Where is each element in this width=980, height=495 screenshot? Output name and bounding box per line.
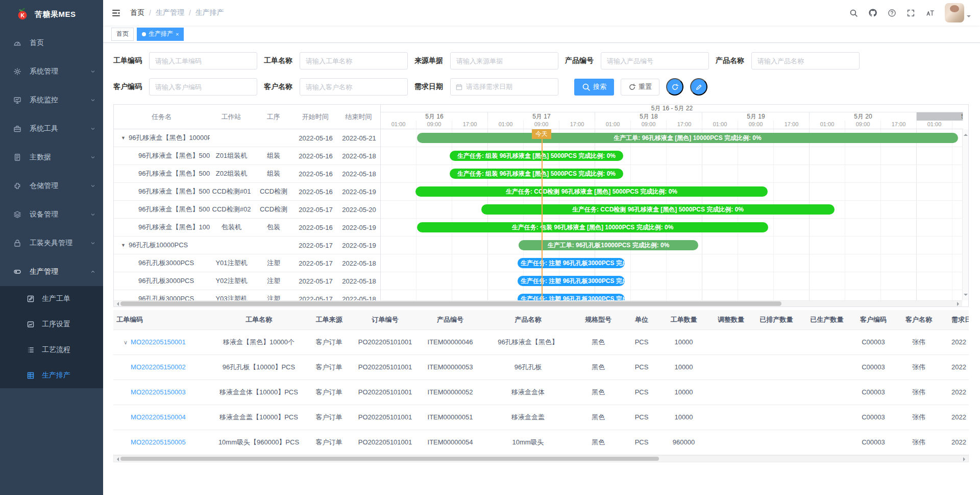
gantt-bar[interactable]: 生产工单: 96孔移液盒 [黑色] 10000PCS 完成比例: 0%	[417, 133, 958, 143]
table-cell	[751, 380, 801, 405]
work-order-link[interactable]: MO202205150004	[131, 413, 186, 421]
tab-首页[interactable]: 首页	[111, 28, 134, 41]
gantt-task-row[interactable]: 96孔移液盒【黑色】5000PCSCCD检测#01CCD检测2022-05-16…	[114, 183, 380, 201]
gantt-task-row[interactable]: 96孔移液盒【黑色】10000PCS包装机包装2022-05-162022-05…	[114, 219, 380, 237]
sidebar-subitem-production-order[interactable]: 生产工单	[0, 286, 103, 312]
gantt-task-row[interactable]: 96孔孔板3000PCSY02注塑机注塑2022-05-172022-05-18	[114, 272, 380, 290]
table-cell: PO202205101001	[356, 355, 414, 380]
sidebar-item-equipment-mgmt[interactable]: 设备管理	[0, 200, 103, 229]
search-icon[interactable]	[849, 9, 858, 17]
gantt-chart-row: 生产工单: 96孔移液盒 [黑色] 10000PCS 完成比例: 0%	[381, 129, 963, 147]
tree-expand-icon[interactable]: ▼	[121, 135, 126, 140]
demand-date-picker[interactable]: 请选择需求日期	[450, 78, 558, 96]
gantt-task-row[interactable]: 96孔移液盒【黑色】5000PCSZ02组装机组装2022-05-162022-…	[114, 165, 380, 183]
table-row[interactable]: ∨MO202205150001移液盒【黑色】10000个客户订单PO202205…	[113, 329, 969, 355]
sidebar-item-system-tools[interactable]: 系统工具	[0, 114, 103, 143]
scroll-down-arrow-icon[interactable]	[964, 294, 968, 298]
help-icon[interactable]	[888, 9, 896, 17]
fullscreen-icon[interactable]	[906, 9, 915, 17]
sidebar-item-label: 系统管理	[30, 67, 90, 76]
tab-close-icon[interactable]: ×	[176, 31, 179, 37]
filter-input-产品编号[interactable]	[601, 52, 709, 69]
sidebar-item-home[interactable]: 首页	[0, 29, 103, 57]
gantt-task-name: 96孔孔板3000PCS	[114, 276, 210, 286]
work-order-link[interactable]: MO202205150001	[131, 338, 186, 346]
gantt-task-row[interactable]: 96孔孔板3000PCSY03注塑机注塑2022-05-172022-05-18	[114, 290, 380, 301]
sidebar-item-system-mgmt[interactable]: 系统管理	[0, 57, 103, 86]
table-horizontal-scrollbar[interactable]	[113, 455, 969, 462]
scroll-right-arrow-icon[interactable]	[963, 457, 967, 461]
filter-input-工单名称[interactable]	[300, 52, 408, 69]
table-row[interactable]: ∨MO20220515000296孔孔板【10000】PCS客户订单PO2022…	[113, 355, 969, 380]
sidebar-item-fixture-mgmt[interactable]: 工装夹具管理	[0, 229, 103, 257]
breadcrumb-item[interactable]: 生产排产	[195, 8, 224, 17]
github-icon[interactable]	[868, 8, 877, 17]
sidebar-item-master-data[interactable]: 主数据	[0, 143, 103, 172]
tree-expand-icon[interactable]: ▼	[121, 243, 126, 248]
table-cell	[801, 405, 852, 430]
work-order-link[interactable]: MO202205150002	[131, 363, 186, 371]
reset-button[interactable]: 重置	[621, 79, 659, 96]
list-icon	[27, 346, 36, 354]
gantt-day-cell: 5月 20	[810, 112, 917, 121]
gantt-bar[interactable]: 生产任务: 组装 96孔移液盒 [黑色] 5000PCS 完成比例: 0%	[450, 151, 623, 161]
gantt-chart-row: 生产任务: CCD检测 96孔移液盒 [黑色] 5000PCS 完成比例: 0%	[381, 201, 963, 219]
table-column-header: 已生产数量	[801, 310, 852, 329]
sidebar-subitem-production-scheduling[interactable]: 生产排产	[0, 363, 103, 388]
table-row[interactable]: ∨MO20220515000510mm吸头【960000】PCS客户订单PO20…	[113, 430, 969, 455]
filter-input-客户编码[interactable]	[149, 78, 257, 96]
avatar[interactable]	[945, 3, 964, 22]
table-scrollbar-thumb[interactable]	[120, 457, 659, 461]
gantt-bar[interactable]: 生产任务: 注塑 96孔孔板3000PCS 完成比例: 0%	[518, 258, 625, 268]
font-size-icon[interactable]	[925, 8, 935, 17]
scroll-up-arrow-icon[interactable]	[964, 132, 968, 136]
sidebar-item-production-mgmt[interactable]: 生产管理	[0, 257, 103, 286]
gantt-bar[interactable]: 生产任务: 组装 96孔移液盒 [黑色] 5000PCS 完成比例: 0%	[450, 169, 623, 179]
sidebar-collapse-icon[interactable]	[111, 8, 121, 18]
gantt-hour-cell: 09:00	[631, 121, 667, 129]
gantt-bar[interactable]: 生产任务: 注塑 96孔孔板3000PCS 完成比例: 0%	[518, 276, 625, 286]
table-row[interactable]: ∨MO202205150004移液盒盒盖【10000】PCS客户订单PO2022…	[113, 405, 969, 430]
filter-label: 产品名称	[716, 56, 747, 65]
gantt-task-end: 2022-05-20	[337, 206, 380, 214]
table-row[interactable]: ∨MO202205150003移液盒盒体【10000】PCS客户订单PO2022…	[113, 380, 969, 405]
monitor-icon	[13, 96, 22, 104]
gear-icon	[13, 67, 22, 76]
edit-circle-button[interactable]	[690, 78, 707, 96]
gantt-horizontal-scrollbar[interactable]	[114, 300, 962, 307]
gantt-task-row[interactable]: 96孔孔板3000PCSY01注塑机注塑2022-05-172022-05-18	[114, 254, 380, 272]
gantt-bar[interactable]: 生产任务: CCD检测 96孔移液盒 [黑色] 5000PCS 完成比例: 0%	[415, 186, 768, 197]
gantt-task-station: 包装机	[210, 223, 253, 232]
grid-icon	[27, 371, 36, 380]
table-cell	[751, 355, 801, 380]
filter-input-来源单据[interactable]	[450, 52, 558, 69]
gantt-scrollbar-thumb[interactable]	[120, 301, 781, 306]
gantt-task-row[interactable]: ▼96孔孔板10000PCS2022-05-172022-05-19	[114, 237, 380, 254]
sidebar-subitem-process-flow[interactable]: 工艺流程	[0, 337, 103, 363]
gantt-task-row[interactable]: 96孔移液盒【黑色】5000PCSZ01组装机组装2022-05-162022-…	[114, 147, 380, 165]
tab-生产排产[interactable]: 生产排产×	[137, 28, 184, 41]
scroll-left-arrow-icon[interactable]	[115, 457, 119, 461]
work-order-link[interactable]: MO202205150003	[131, 388, 186, 396]
gantt-bar[interactable]: 生产任务: 包装 96孔移液盒 [黑色] 10000PCS 完成比例: 0%	[417, 222, 768, 232]
search-button[interactable]: 搜索	[574, 79, 614, 96]
sidebar-subitem-process-settings[interactable]: 工序设置	[0, 312, 103, 337]
filter-input-产品名称[interactable]	[751, 52, 860, 69]
scroll-right-arrow-icon[interactable]	[957, 302, 961, 306]
work-order-link[interactable]: MO202205150005	[131, 438, 186, 446]
table-cell: 2022	[943, 430, 969, 455]
refresh-circle-button[interactable]	[666, 78, 683, 96]
gantt-bar[interactable]: 生产任务: CCD检测 96孔移液盒 [黑色] 5000PCS 完成比例: 0%	[481, 204, 835, 215]
gantt-task-row[interactable]: 96孔移液盒【黑色】5000PCSCCD检测#02CCD检测2022-05-17…	[114, 201, 380, 219]
filter-input-工单编码[interactable]	[149, 52, 257, 69]
user-menu[interactable]	[945, 3, 971, 22]
row-expand-icon[interactable]: ∨	[124, 339, 128, 345]
sidebar-item-system-monitor[interactable]: 系统监控	[0, 86, 103, 114]
scroll-left-arrow-icon[interactable]	[115, 302, 119, 306]
gantt-bar[interactable]: 生产工单: 96孔孔板10000PCS 完成比例: 0%	[519, 240, 698, 250]
gantt-vertical-scrollbar[interactable]	[962, 129, 968, 300]
gantt-task-row[interactable]: ▼96孔移液盒【黑色】10000PCS2022-05-162022-05-21	[114, 129, 380, 147]
filter-input-客户名称[interactable]	[300, 78, 408, 96]
sidebar-item-warehouse-mgmt[interactable]: 仓储管理	[0, 172, 103, 200]
breadcrumb-item[interactable]: 生产管理	[156, 8, 184, 17]
